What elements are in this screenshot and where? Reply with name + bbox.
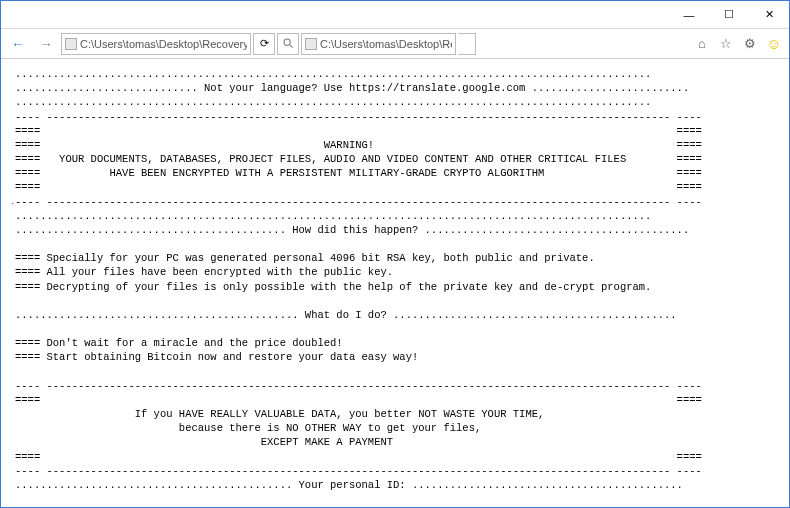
page-icon xyxy=(305,38,317,50)
tab[interactable]: C:\Users\tomas\Desktop\Re... xyxy=(301,33,456,55)
close-button[interactable]: ✕ xyxy=(749,1,789,29)
smiley-icon[interactable]: ☺ xyxy=(763,33,785,55)
value-text: because there is NO OTHER WAY to get you… xyxy=(15,421,775,435)
tab-text: C:\Users\tomas\Desktop\Re... xyxy=(320,38,452,50)
minimize-button[interactable]: — xyxy=(669,1,709,29)
refresh-button[interactable]: ⟳ xyxy=(253,33,275,55)
personal-id: q6FixAiqSiiq6vey+KFrxQTHFlmyIwBGsgmR3KVZ… xyxy=(15,506,775,507)
warning-text: ==== YOUR DOCUMENTS, DATABASES, PROJECT … xyxy=(15,152,775,166)
svg-line-1 xyxy=(289,45,292,48)
toolbar: ← → C:\Users\tomas\Desktop\Recovery_47 ⟳… xyxy=(1,29,789,59)
eq-line: ==== ==== xyxy=(15,124,775,138)
search-icon xyxy=(283,38,294,49)
maximize-button[interactable]: ☐ xyxy=(709,1,749,29)
settings-icon[interactable]: ⚙ xyxy=(739,33,761,55)
body-text: ==== Specially for your PC was generated… xyxy=(15,251,775,265)
how-heading: ........................................… xyxy=(15,223,775,237)
search-button[interactable] xyxy=(277,33,299,55)
dash-line: ---- -----------------------------------… xyxy=(15,110,775,124)
body-text: ==== Don't wait for a miracle and the pr… xyxy=(15,336,775,350)
sep-line: ........................................… xyxy=(15,209,775,223)
document-content: All If ran .............................… xyxy=(1,59,789,507)
titlebar: — ☐ ✕ xyxy=(1,1,789,29)
value-text: If you HAVE REALLY VALUABLE DATA, you be… xyxy=(15,407,775,421)
address-text: C:\Users\tomas\Desktop\Recovery_47 xyxy=(80,38,247,50)
eq-line: ==== ==== xyxy=(15,180,775,194)
sep-line: ........................................… xyxy=(15,67,775,81)
eq-line: ==== ==== xyxy=(15,393,775,407)
address-bar[interactable]: C:\Users\tomas\Desktop\Recovery_47 xyxy=(61,33,251,55)
browser-window: — ☐ ✕ ← → C:\Users\tomas\Desktop\Recover… xyxy=(0,0,790,508)
dash-line: ---- -----------------------------------… xyxy=(15,464,775,478)
page-icon xyxy=(65,38,77,50)
home-icon[interactable]: ⌂ xyxy=(691,33,713,55)
favorites-icon[interactable]: ☆ xyxy=(715,33,737,55)
eq-line: ==== ==== xyxy=(15,450,775,464)
pid-heading: ........................................… xyxy=(15,478,775,492)
sep-line: ........................................… xyxy=(15,95,775,109)
body-text: ==== Start obtaining Bitcoin now and res… xyxy=(15,350,775,364)
forward-button[interactable]: → xyxy=(33,32,59,56)
body-text: ==== All your files have been encrypted … xyxy=(15,265,775,279)
dash-line: ---- -----------------------------------… xyxy=(15,195,775,209)
new-tab-button[interactable] xyxy=(458,33,476,55)
body-text: ==== Decrypting of your files is only po… xyxy=(15,280,775,294)
back-button[interactable]: ← xyxy=(5,32,31,56)
dash-line: ---- -----------------------------------… xyxy=(15,379,775,393)
value-text: EXCEPT MAKE A PAYMENT xyxy=(15,435,775,449)
warning-text: ==== HAVE BEEN ENCRYPTED WITH A PERSISTE… xyxy=(15,166,775,180)
what-heading: ........................................… xyxy=(15,308,775,322)
svg-point-0 xyxy=(284,39,290,45)
lang-line: ............................. Not your l… xyxy=(15,81,775,95)
warning-line: ==== WARNING! ==== xyxy=(15,138,775,152)
